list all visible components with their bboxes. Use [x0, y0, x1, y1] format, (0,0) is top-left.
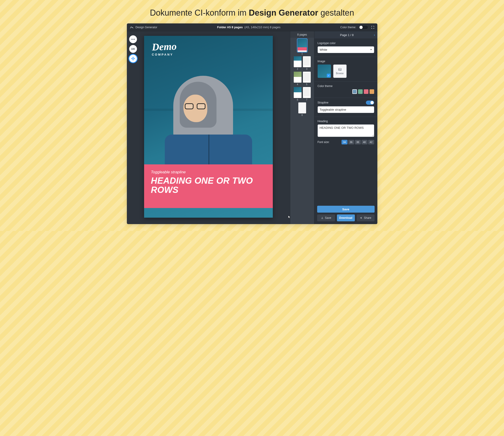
- image-icon: [338, 68, 342, 71]
- color-swatch[interactable]: [352, 89, 357, 94]
- theme-switch[interactable]: [359, 25, 368, 29]
- cover-logo: Demo COMPANY: [152, 42, 177, 56]
- share-button[interactable]: Share: [357, 214, 375, 221]
- color-swatch[interactable]: [364, 89, 368, 94]
- page-thumb-5[interactable]: [303, 72, 311, 83]
- logotype-color-select[interactable]: White: [317, 46, 374, 53]
- font-size-buttons: 3436384042: [342, 140, 374, 145]
- fullscreen-icon[interactable]: [371, 26, 375, 29]
- document-title: Folder A5 8 pages (A5, 148x210 mm) 8 pag…: [157, 26, 340, 29]
- canvas-tools: 100: [129, 35, 137, 63]
- color-swatch[interactable]: [370, 89, 374, 94]
- font-size-option[interactable]: 38: [355, 140, 361, 145]
- pages-panel: 8 pages 1 2 3: [290, 31, 314, 224]
- color-swatches: [317, 89, 374, 94]
- share-icon: [360, 217, 363, 219]
- pan-tool[interactable]: [129, 55, 137, 63]
- logo-icon: [130, 25, 134, 29]
- page-indicator: Page 1 / 8: [340, 33, 354, 37]
- font-size-label: Font size:: [317, 141, 330, 144]
- color-theme-label: Color theme:: [340, 26, 356, 29]
- canvas-area: 100 Demo COMPANY Toggleable st: [127, 31, 290, 224]
- color-swatch[interactable]: [358, 89, 363, 94]
- pages-count-label: 8 pages: [290, 31, 314, 38]
- properties-panel: Page 1 / 8 › Logotype color White Image …: [314, 31, 377, 224]
- page-title: Dokumente CI-konform im Design Generator…: [114, 0, 390, 23]
- check-icon: ✓: [327, 74, 330, 77]
- cover-heading: HEADING ONE OR TWO ROWS: [151, 176, 266, 195]
- font-size-option[interactable]: 40: [362, 140, 367, 145]
- heading-label: Heading: [317, 120, 374, 123]
- image-label: Image: [317, 60, 374, 63]
- fit-width-tool[interactable]: [129, 35, 137, 43]
- heading-textarea[interactable]: [317, 124, 374, 137]
- document-canvas[interactable]: Demo COMPANY Toggleable strapline HEADIN…: [144, 36, 273, 218]
- strapline-label: Strapline: [317, 101, 328, 104]
- strapline-toggle[interactable]: [366, 100, 374, 105]
- font-size-option[interactable]: 34: [342, 140, 347, 145]
- brand: Design Generator: [130, 25, 158, 29]
- strapline-input[interactable]: [317, 106, 374, 113]
- save-button-primary[interactable]: Save: [317, 206, 375, 213]
- cover-strapline: Toggleable strapline: [151, 170, 266, 174]
- page-thumb-7[interactable]: [303, 87, 311, 98]
- topbar: Design Generator Folder A5 8 pages (A5, …: [127, 23, 377, 31]
- color-theme-label: Color theme: [317, 84, 374, 88]
- download-button[interactable]: Download: [337, 214, 355, 221]
- font-size-option[interactable]: 36: [348, 140, 354, 145]
- page-thumb-2[interactable]: [294, 56, 301, 67]
- cover-text-panel: Toggleable strapline HEADING ONE OR TWO …: [144, 164, 273, 208]
- logotype-color-label: Logotype color: [317, 42, 374, 45]
- app-window: Design Generator Folder A5 8 pages (A5, …: [127, 23, 377, 224]
- browse-image-button[interactable]: Browse: [333, 64, 346, 78]
- selected-image-thumb[interactable]: ✓: [317, 64, 331, 78]
- brand-name: Design Generator: [136, 26, 158, 29]
- page-thumb-4[interactable]: [294, 72, 301, 83]
- save-icon: [321, 217, 324, 219]
- page-thumb-8[interactable]: [298, 102, 306, 113]
- page-thumb-3[interactable]: [303, 56, 311, 67]
- zoom-100-tool[interactable]: 100: [129, 45, 137, 53]
- page-thumb-1[interactable]: [298, 39, 307, 52]
- page-thumb-6[interactable]: [294, 87, 301, 98]
- next-page-button[interactable]: ›: [374, 33, 375, 37]
- save-button-secondary[interactable]: Save: [317, 214, 335, 221]
- font-size-option[interactable]: 42: [368, 140, 374, 145]
